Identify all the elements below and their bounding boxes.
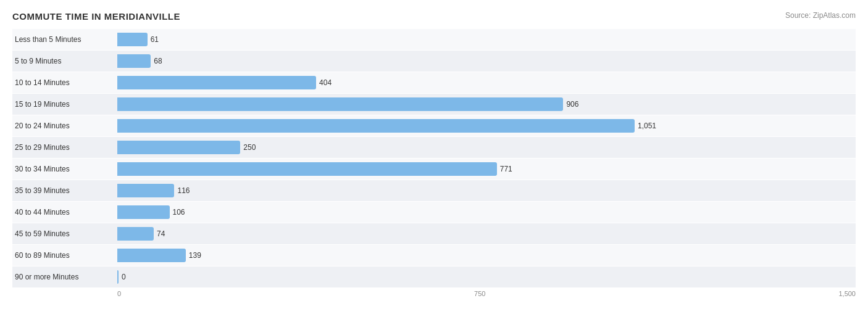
x-axis-label: 0 — [117, 290, 121, 297]
bar-row: 20 to 24 Minutes1,051 — [12, 115, 856, 136]
bar-value-label: 771 — [500, 165, 512, 173]
bar-value-label: 0 — [122, 273, 126, 281]
bar-value-label: 61 — [151, 35, 159, 44]
bar-fill — [117, 184, 174, 197]
bar-label: 30 to 34 Minutes — [12, 165, 117, 173]
bar-row: 25 to 29 Minutes250 — [12, 137, 856, 158]
bar-value-label: 116 — [177, 186, 190, 195]
bar-row: 30 to 34 Minutes771 — [12, 159, 856, 180]
bar-fill — [117, 119, 635, 133]
bar-value-label: 1,051 — [638, 122, 656, 130]
bar-row: 90 or more Minutes0 — [12, 266, 856, 287]
bar-track: 106 — [117, 202, 856, 223]
bar-track: 116 — [117, 180, 856, 201]
bar-track: 0 — [117, 266, 856, 287]
bar-label: 20 to 24 Minutes — [12, 122, 117, 130]
bar-track: 61 — [117, 29, 856, 50]
bar-row: 10 to 14 Minutes404 — [12, 72, 856, 93]
bar-label: 60 to 89 Minutes — [12, 251, 117, 260]
bar-label: 5 to 9 Minutes — [12, 57, 117, 65]
bar-row: Less than 5 Minutes61 — [12, 29, 856, 50]
bar-row: 35 to 39 Minutes116 — [12, 180, 856, 201]
bar-fill — [117, 54, 151, 68]
bar-row: 45 to 59 Minutes74 — [12, 223, 856, 244]
bar-fill — [117, 162, 497, 176]
chart-container: COMMUTE TIME IN MERIDIANVILLE Source: Zi… — [0, 0, 868, 322]
bar-track: 771 — [117, 159, 856, 180]
bars-area: Less than 5 Minutes615 to 9 Minutes6810 … — [12, 29, 856, 287]
bar-label: 90 or more Minutes — [12, 273, 117, 281]
bar-track: 906 — [117, 94, 856, 115]
bar-row: 5 to 9 Minutes68 — [12, 51, 856, 72]
bar-value-label: 404 — [319, 78, 332, 87]
bar-fill — [117, 227, 154, 241]
bar-fill — [117, 249, 186, 262]
bar-fill — [117, 33, 148, 46]
bar-fill — [117, 270, 119, 284]
bar-value-label: 106 — [173, 208, 185, 217]
chart-title: COMMUTE TIME IN MERIDIANVILLE — [12, 11, 180, 22]
bar-value-label: 906 — [566, 100, 578, 109]
bar-label: 35 to 39 Minutes — [12, 186, 117, 195]
bar-row: 60 to 89 Minutes139 — [12, 245, 856, 266]
bar-track: 139 — [117, 245, 856, 266]
x-axis: 07501,500 — [117, 290, 856, 297]
chart-source: Source: ZipAtlas.com — [785, 11, 856, 20]
bar-fill — [117, 141, 240, 154]
bar-fill — [117, 76, 316, 89]
bar-track: 68 — [117, 51, 856, 72]
bar-track: 250 — [117, 137, 856, 158]
bar-fill — [117, 205, 170, 219]
bar-value-label: 250 — [243, 143, 256, 152]
bar-row: 15 to 19 Minutes906 — [12, 94, 856, 115]
bar-fill — [117, 97, 563, 111]
bar-track: 74 — [117, 223, 856, 244]
bar-row: 40 to 44 Minutes106 — [12, 202, 856, 223]
bar-label: 40 to 44 Minutes — [12, 208, 117, 217]
bar-value-label: 68 — [154, 57, 162, 65]
bar-value-label: 74 — [157, 229, 165, 238]
bar-track: 404 — [117, 72, 856, 93]
bar-value-label: 139 — [189, 251, 201, 260]
bar-label: 45 to 59 Minutes — [12, 229, 117, 238]
chart-header: COMMUTE TIME IN MERIDIANVILLE Source: Zi… — [12, 11, 856, 22]
bar-label: 25 to 29 Minutes — [12, 143, 117, 152]
bar-track: 1,051 — [117, 115, 856, 136]
bar-label: 15 to 19 Minutes — [12, 100, 117, 109]
x-axis-label: 1,500 — [838, 290, 856, 297]
bar-label: 10 to 14 Minutes — [12, 78, 117, 87]
bar-label: Less than 5 Minutes — [12, 35, 117, 44]
x-axis-label: 750 — [474, 290, 485, 297]
